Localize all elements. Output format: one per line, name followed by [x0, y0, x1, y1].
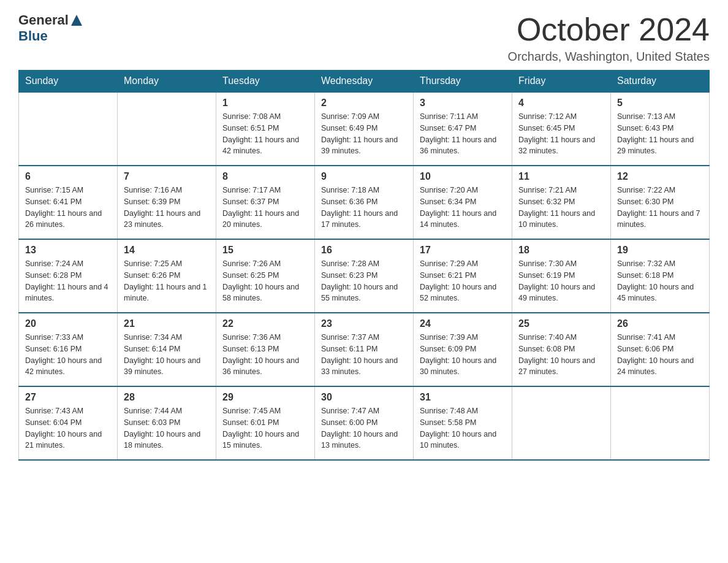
- day-info: Sunrise: 7:24 AM Sunset: 6:28 PM Dayligh…: [25, 258, 111, 304]
- day-info: Sunrise: 7:33 AM Sunset: 6:16 PM Dayligh…: [25, 332, 111, 378]
- day-info: Sunrise: 7:26 AM Sunset: 6:25 PM Dayligh…: [222, 258, 308, 304]
- calendar-table: SundayMondayTuesdayWednesdayThursdayFrid…: [18, 70, 710, 461]
- day-number: 23: [321, 318, 407, 329]
- day-number: 7: [124, 171, 210, 182]
- day-info: Sunrise: 7:20 AM Sunset: 6:34 PM Dayligh…: [420, 185, 506, 231]
- calendar-cell: 12Sunrise: 7:22 AM Sunset: 6:30 PM Dayli…: [611, 166, 710, 239]
- calendar-cell: 25Sunrise: 7:40 AM Sunset: 6:08 PM Dayli…: [512, 313, 611, 386]
- day-info: Sunrise: 7:30 AM Sunset: 6:19 PM Dayligh…: [518, 258, 604, 304]
- calendar-week-2: 6Sunrise: 7:15 AM Sunset: 6:41 PM Daylig…: [19, 166, 710, 239]
- svg-marker-0: [71, 15, 82, 26]
- day-number: 5: [617, 98, 703, 109]
- day-info: Sunrise: 7:45 AM Sunset: 6:01 PM Dayligh…: [222, 405, 308, 451]
- header-wednesday: Wednesday: [315, 71, 414, 93]
- calendar-cell: 22Sunrise: 7:36 AM Sunset: 6:13 PM Dayli…: [216, 313, 315, 386]
- header-monday: Monday: [118, 71, 216, 93]
- calendar-cell: 2Sunrise: 7:09 AM Sunset: 6:49 PM Daylig…: [315, 92, 414, 166]
- day-number: 8: [222, 171, 308, 182]
- day-info: Sunrise: 7:13 AM Sunset: 6:43 PM Dayligh…: [617, 111, 703, 157]
- month-title: October 2024: [508, 12, 710, 47]
- day-number: 3: [420, 98, 506, 109]
- day-number: 12: [617, 171, 703, 182]
- calendar-cell: 29Sunrise: 7:45 AM Sunset: 6:01 PM Dayli…: [216, 386, 315, 460]
- logo-blue-text: Blue: [18, 28, 48, 44]
- calendar-cell: 11Sunrise: 7:21 AM Sunset: 6:32 PM Dayli…: [512, 166, 611, 239]
- calendar-cell: 1Sunrise: 7:08 AM Sunset: 6:51 PM Daylig…: [216, 92, 315, 166]
- calendar-cell: 5Sunrise: 7:13 AM Sunset: 6:43 PM Daylig…: [611, 92, 710, 166]
- calendar-week-5: 27Sunrise: 7:43 AM Sunset: 6:04 PM Dayli…: [19, 386, 710, 460]
- calendar-cell: 3Sunrise: 7:11 AM Sunset: 6:47 PM Daylig…: [414, 92, 512, 166]
- day-info: Sunrise: 7:40 AM Sunset: 6:08 PM Dayligh…: [518, 332, 604, 378]
- calendar-cell: 23Sunrise: 7:37 AM Sunset: 6:11 PM Dayli…: [315, 313, 414, 386]
- day-number: 18: [518, 245, 604, 256]
- logo: General Blue: [18, 12, 82, 44]
- logo-text: General: [18, 12, 82, 28]
- calendar-header: SundayMondayTuesdayWednesdayThursdayFrid…: [19, 71, 710, 93]
- day-info: Sunrise: 7:12 AM Sunset: 6:45 PM Dayligh…: [518, 111, 604, 157]
- day-number: 2: [321, 98, 407, 109]
- header-sunday: Sunday: [19, 71, 118, 93]
- calendar-cell: 15Sunrise: 7:26 AM Sunset: 6:25 PM Dayli…: [216, 239, 315, 313]
- day-number: 6: [25, 171, 111, 182]
- day-number: 30: [321, 392, 407, 403]
- day-number: 14: [124, 245, 210, 256]
- header-row: SundayMondayTuesdayWednesdayThursdayFrid…: [19, 71, 710, 93]
- day-info: Sunrise: 7:21 AM Sunset: 6:32 PM Dayligh…: [518, 185, 604, 231]
- day-number: 31: [420, 392, 506, 403]
- day-info: Sunrise: 7:16 AM Sunset: 6:39 PM Dayligh…: [124, 185, 210, 231]
- day-number: 28: [124, 392, 210, 403]
- day-number: 29: [222, 392, 308, 403]
- day-number: 1: [222, 98, 308, 109]
- day-number: 26: [617, 318, 703, 329]
- day-info: Sunrise: 7:18 AM Sunset: 6:36 PM Dayligh…: [321, 185, 407, 231]
- calendar-cell: 10Sunrise: 7:20 AM Sunset: 6:34 PM Dayli…: [414, 166, 512, 239]
- header-friday: Friday: [512, 71, 611, 93]
- day-info: Sunrise: 7:32 AM Sunset: 6:18 PM Dayligh…: [617, 258, 703, 304]
- calendar-cell: 17Sunrise: 7:29 AM Sunset: 6:21 PM Dayli…: [414, 239, 512, 313]
- header-thursday: Thursday: [414, 71, 512, 93]
- day-info: Sunrise: 7:44 AM Sunset: 6:03 PM Dayligh…: [124, 405, 210, 451]
- calendar-cell: 18Sunrise: 7:30 AM Sunset: 6:19 PM Dayli…: [512, 239, 611, 313]
- day-info: Sunrise: 7:37 AM Sunset: 6:11 PM Dayligh…: [321, 332, 407, 378]
- day-info: Sunrise: 7:29 AM Sunset: 6:21 PM Dayligh…: [420, 258, 506, 304]
- header-saturday: Saturday: [611, 71, 710, 93]
- day-info: Sunrise: 7:22 AM Sunset: 6:30 PM Dayligh…: [617, 185, 703, 231]
- calendar-cell: [19, 92, 118, 166]
- day-info: Sunrise: 7:47 AM Sunset: 6:00 PM Dayligh…: [321, 405, 407, 451]
- day-number: 19: [617, 245, 703, 256]
- calendar-cell: 9Sunrise: 7:18 AM Sunset: 6:36 PM Daylig…: [315, 166, 414, 239]
- calendar-cell: [611, 386, 710, 460]
- day-number: 25: [518, 318, 604, 329]
- day-info: Sunrise: 7:48 AM Sunset: 5:58 PM Dayligh…: [420, 405, 506, 451]
- day-info: Sunrise: 7:28 AM Sunset: 6:23 PM Dayligh…: [321, 258, 407, 304]
- title-block: October 2024 Orchards, Washington, Unite…: [508, 12, 710, 64]
- calendar-week-4: 20Sunrise: 7:33 AM Sunset: 6:16 PM Dayli…: [19, 313, 710, 386]
- day-number: 15: [222, 245, 308, 256]
- calendar-cell: 6Sunrise: 7:15 AM Sunset: 6:41 PM Daylig…: [19, 166, 118, 239]
- calendar-cell: 27Sunrise: 7:43 AM Sunset: 6:04 PM Dayli…: [19, 386, 118, 460]
- calendar-cell: 20Sunrise: 7:33 AM Sunset: 6:16 PM Dayli…: [19, 313, 118, 386]
- calendar-cell: [512, 386, 611, 460]
- day-number: 22: [222, 318, 308, 329]
- calendar-cell: 16Sunrise: 7:28 AM Sunset: 6:23 PM Dayli…: [315, 239, 414, 313]
- day-number: 4: [518, 98, 604, 109]
- day-number: 13: [25, 245, 111, 256]
- calendar-body: 1Sunrise: 7:08 AM Sunset: 6:51 PM Daylig…: [19, 92, 710, 460]
- logo-general-text: General: [18, 12, 69, 28]
- day-info: Sunrise: 7:11 AM Sunset: 6:47 PM Dayligh…: [420, 111, 506, 157]
- day-number: 17: [420, 245, 506, 256]
- calendar-cell: 24Sunrise: 7:39 AM Sunset: 6:09 PM Dayli…: [414, 313, 512, 386]
- day-info: Sunrise: 7:43 AM Sunset: 6:04 PM Dayligh…: [25, 405, 111, 451]
- calendar-cell: 21Sunrise: 7:34 AM Sunset: 6:14 PM Dayli…: [118, 313, 216, 386]
- day-number: 21: [124, 318, 210, 329]
- calendar-cell: 14Sunrise: 7:25 AM Sunset: 6:26 PM Dayli…: [118, 239, 216, 313]
- day-info: Sunrise: 7:25 AM Sunset: 6:26 PM Dayligh…: [124, 258, 210, 304]
- day-info: Sunrise: 7:08 AM Sunset: 6:51 PM Dayligh…: [222, 111, 308, 157]
- logo-triangle-icon: [71, 15, 82, 26]
- day-number: 27: [25, 392, 111, 403]
- day-info: Sunrise: 7:17 AM Sunset: 6:37 PM Dayligh…: [222, 185, 308, 231]
- day-number: 20: [25, 318, 111, 329]
- calendar-cell: 8Sunrise: 7:17 AM Sunset: 6:37 PM Daylig…: [216, 166, 315, 239]
- day-number: 11: [518, 171, 604, 182]
- calendar-cell: 26Sunrise: 7:41 AM Sunset: 6:06 PM Dayli…: [611, 313, 710, 386]
